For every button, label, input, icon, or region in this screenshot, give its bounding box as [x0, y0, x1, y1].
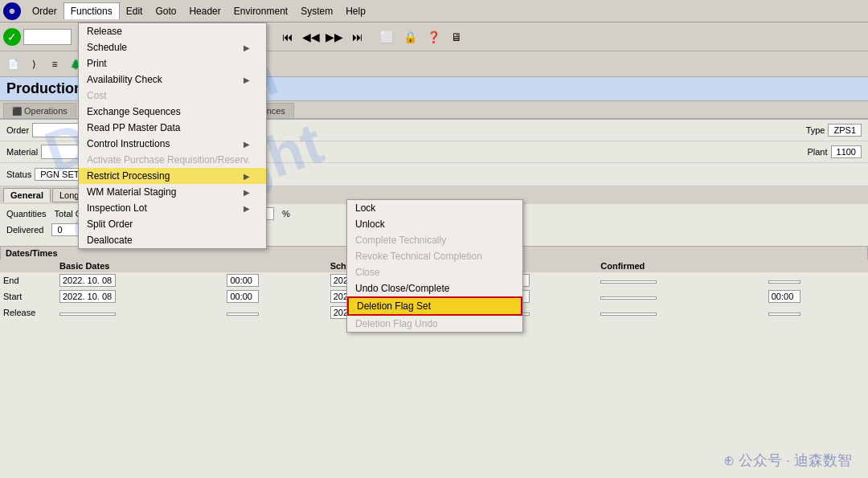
wm-staging-label: WM Material Staging: [87, 186, 176, 198]
menu-item-wm-staging[interactable]: WM Material Staging ▶: [79, 184, 266, 200]
order-label: Order: [6, 125, 29, 135]
menu-item-print[interactable]: Print: [79, 55, 266, 71]
wm-staging-arrow: ▶: [244, 188, 250, 197]
deletion-flag-undo-label: Deletion Flag Undo: [355, 318, 438, 329]
nav-last[interactable]: ⏭: [347, 27, 368, 47]
release-basic-time: [227, 313, 259, 316]
menu-order[interactable]: Order: [26, 3, 63, 19]
window-btn[interactable]: ⬜: [376, 27, 397, 47]
submenu-close: Close: [347, 264, 522, 280]
menu-item-availability[interactable]: Availability Check ▶: [79, 71, 266, 88]
nav-page-icon[interactable]: 📄: [3, 55, 23, 74]
release-confirmed-time: [768, 313, 800, 316]
availability-arrow: ▶: [244, 76, 250, 84]
exchange-label: Exchange Sequences: [87, 106, 181, 117]
release-confirmed-date: [600, 313, 657, 316]
menu-item-read-pp[interactable]: Read PP Master Data: [79, 120, 266, 136]
monitor-btn[interactable]: 🖥: [446, 27, 467, 47]
nav-list-icon[interactable]: ≡: [45, 55, 64, 74]
release-label: Release: [87, 26, 122, 37]
menu-bar: ⊕ Order Functions Edit Goto Header Envir…: [0, 0, 868, 22]
menu-item-release[interactable]: Release: [79, 23, 266, 39]
end-basic-date: 2022. 10. 08: [59, 274, 116, 287]
submenu-unlock[interactable]: Unlock: [347, 216, 522, 232]
start-basic-time: 00:00: [227, 290, 259, 303]
inspection-lot-label: Inspection Lot: [87, 202, 147, 214]
lock-btn[interactable]: 🔒: [399, 27, 420, 47]
submenu-revoke-technical: Revoke Technical Completion: [347, 248, 522, 264]
read-pp-label: Read PP Master Data: [87, 122, 181, 133]
menu-item-cost: Cost: [79, 88, 266, 104]
delivered-label: Delivered: [6, 225, 43, 235]
menu-item-control-instructions[interactable]: Control Instructions ▶: [79, 136, 266, 152]
percent-sign: %: [282, 209, 290, 219]
end-label: End: [3, 276, 19, 285]
menu-item-restrict-processing[interactable]: Restrict Processing ▶: [79, 168, 266, 184]
complete-technically-label: Complete Technically: [355, 235, 446, 246]
schedule-arrow: ▶: [244, 43, 250, 52]
type-label: Type: [806, 125, 825, 135]
revoke-technical-label: Revoke Technical Completion: [355, 251, 482, 262]
start-label: Start: [3, 292, 22, 301]
material-label: Material: [6, 147, 38, 157]
end-basic-time: 00:00: [227, 274, 259, 287]
restrict-processing-arrow: ▶: [244, 172, 250, 181]
plant-value: 1100: [831, 145, 862, 158]
unlock-label: Unlock: [355, 219, 385, 230]
activate-pr-label: Activate Purchase Requisition/Reserv.: [87, 154, 250, 165]
plant-label: Plant: [807, 147, 827, 157]
control-instructions-arrow: ▶: [244, 140, 250, 149]
submenu-lock[interactable]: Lock: [347, 200, 522, 216]
restrict-submenu[interactable]: Lock Unlock Complete Technically Revoke …: [346, 199, 523, 333]
section-tab-general[interactable]: General: [3, 188, 51, 202]
menu-item-inspection-lot[interactable]: Inspection Lot ▶: [79, 200, 266, 216]
menu-item-activate-pr: Activate Purchase Requisition/Reserv.: [79, 152, 266, 168]
start-confirmed-time: 00:00: [768, 290, 800, 303]
submenu-deletion-flag-undo: Deletion Flag Undo: [347, 316, 522, 332]
close-label: Close: [355, 267, 380, 278]
status-label: Status: [6, 170, 31, 179]
undo-close-label: Undo Close/Complete: [355, 283, 449, 294]
tab-operations[interactable]: ⬛Operations: [3, 103, 76, 118]
print-label: Print: [87, 58, 107, 69]
menu-item-deallocate[interactable]: Deallocate: [79, 232, 266, 248]
toolbar-input[interactable]: [23, 29, 72, 45]
menu-header[interactable]: Header: [182, 3, 227, 19]
lock-label: Lock: [355, 202, 375, 214]
schedule-label: Schedule: [87, 42, 127, 53]
deletion-flag-set-label: Deletion Flag Set: [357, 300, 431, 312]
control-instructions-label: Control Instructions: [87, 138, 170, 149]
functions-dropdown[interactable]: Release Schedule ▶ Print Availability Ch…: [78, 22, 267, 249]
menu-goto[interactable]: Goto: [149, 3, 182, 19]
menu-item-schedule[interactable]: Schedule ▶: [79, 39, 266, 55]
type-value: ZPS1: [828, 124, 862, 137]
submenu-undo-close[interactable]: Undo Close/Complete: [347, 280, 522, 296]
nav-next[interactable]: ▶▶: [324, 27, 345, 47]
sap-logo: ⊕: [3, 2, 21, 20]
menu-help[interactable]: Help: [339, 3, 372, 19]
start-basic-date: 2022. 10. 08: [59, 290, 116, 303]
nav-arrow-icon[interactable]: ⟩: [24, 55, 43, 74]
end-confirmed-date: [600, 280, 657, 284]
split-order-label: Split Order: [87, 219, 133, 230]
help-btn[interactable]: ❓: [423, 27, 444, 47]
end-confirmed-time: [768, 280, 800, 284]
menu-environment[interactable]: Environment: [227, 3, 294, 19]
inspection-lot-arrow: ▶: [244, 204, 250, 213]
confirm-icon[interactable]: ✓: [3, 28, 21, 46]
start-confirmed-date: [600, 296, 657, 300]
release-basic-date: [59, 313, 116, 316]
deallocate-label: Deallocate: [87, 235, 133, 246]
nav-prev[interactable]: ◀◀: [301, 27, 321, 47]
menu-system[interactable]: System: [294, 3, 339, 19]
restrict-processing-label: Restrict Processing: [87, 170, 170, 182]
menu-item-exchange[interactable]: Exchange Sequences: [79, 104, 266, 120]
menu-functions[interactable]: Functions: [63, 2, 120, 19]
submenu-complete-technically: Complete Technically: [347, 232, 522, 248]
menu-edit[interactable]: Edit: [120, 3, 149, 19]
nav-first[interactable]: ⏮: [277, 27, 298, 47]
availability-label: Availability Check: [87, 74, 162, 85]
menu-item-split-order[interactable]: Split Order: [79, 216, 266, 232]
submenu-deletion-flag-set[interactable]: Deletion Flag Set: [347, 296, 522, 316]
quantities-title: Quantities: [6, 209, 47, 219]
